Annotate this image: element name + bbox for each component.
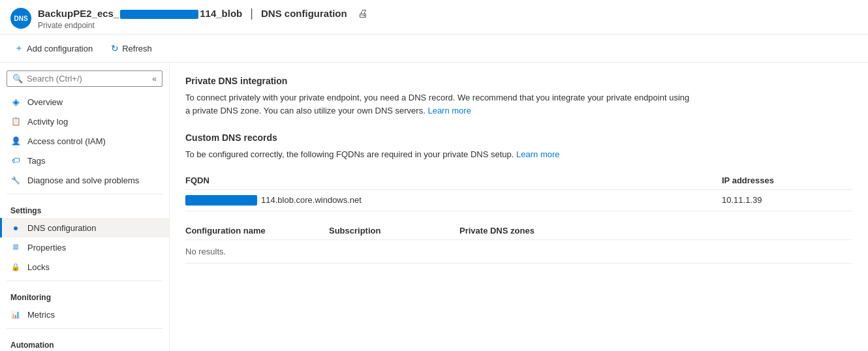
fqdn-table-header: FQDN IP addresses [185, 172, 852, 190]
search-box[interactable]: 🔍 « [7, 70, 163, 87]
private-dns-learn-more-link[interactable]: Learn more [427, 106, 471, 115]
sidebar-item-activity-log[interactable]: 📋 Activity log [0, 112, 169, 131]
settings-header: Settings [0, 198, 169, 218]
sidebar-item-label: Access control (IAM) [27, 136, 106, 146]
tags-icon: 🏷 [10, 155, 21, 166]
redacted-name [120, 10, 198, 19]
sidebar-item-label: Overview [27, 97, 63, 107]
sidebar-item-label: Tags [27, 156, 45, 166]
resource-name: BackupPE2_ecs_ 114_blob [38, 8, 242, 19]
config-name-col-header: Configuration name [185, 226, 329, 236]
sidebar: 🔍 « ◈ Overview 📋 Activity log 👤 Access c… [0, 63, 170, 351]
add-configuration-button[interactable]: ＋ Add configuration [10, 40, 97, 57]
sidebar-item-locks[interactable]: 🔒 Locks [0, 257, 169, 277]
collapse-icon[interactable]: « [152, 74, 157, 84]
fqdn-cell: 114.blob.core.windows.net [185, 195, 722, 206]
fqdn-redacted [185, 195, 257, 206]
metrics-icon: 📊 [10, 309, 21, 320]
resource-avatar: DNS [10, 8, 31, 29]
monitoring-divider [7, 281, 163, 281]
locks-icon: 🔒 [10, 262, 21, 272]
sidebar-item-label: Properties [27, 243, 66, 252]
diagnose-icon: 🔧 [10, 175, 21, 185]
sidebar-item-diagnose[interactable]: 🔧 Diagnose and solve problems [0, 170, 169, 190]
search-input[interactable] [27, 74, 148, 84]
automation-header: Automation [0, 333, 169, 351]
custom-dns-desc: To be configured correctly, the followin… [185, 148, 694, 161]
subscription-col-header: Subscription [329, 226, 459, 236]
private-dns-section: Private DNS integration To connect priva… [185, 76, 852, 117]
sidebar-item-dns-configuration[interactable]: ● DNS configuration [0, 218, 169, 237]
custom-dns-learn-more-link[interactable]: Learn more [516, 149, 559, 159]
sidebar-item-label: Diagnose and solve problems [27, 176, 139, 185]
properties-icon: ≡ [10, 242, 21, 252]
header-title-area: BackupPE2_ecs_ 114_blob | DNS configurat… [38, 7, 368, 30]
resource-subtitle: Private endpoint [38, 21, 368, 30]
automation-divider [7, 328, 163, 329]
sidebar-item-label: Metrics [27, 310, 55, 320]
activity-log-icon: 📋 [10, 116, 21, 127]
sidebar-item-properties[interactable]: ≡ Properties [0, 237, 169, 257]
custom-dns-section: Custom DNS records To be configured corr… [185, 132, 852, 264]
sidebar-item-tags[interactable]: 🏷 Tags [0, 151, 169, 170]
private-dns-desc: To connect privately with your private e… [185, 91, 694, 117]
sidebar-item-metrics[interactable]: 📊 Metrics [0, 305, 169, 324]
fqdn-table-row: 114.blob.core.windows.net 10.11.1.39 [185, 190, 852, 211]
print-icon[interactable]: 🖨 [358, 8, 368, 20]
ip-col-header: IP addresses [722, 176, 852, 185]
search-icon: 🔍 [12, 74, 23, 84]
dns-icon: ● [10, 222, 21, 233]
ip-value: 10.11.1.39 [722, 195, 852, 205]
refresh-button[interactable]: ↻ Refresh [107, 40, 156, 56]
config-table-header: Configuration name Subscription Private … [185, 222, 852, 240]
config-no-results-row: No results. [185, 240, 852, 264]
sidebar-item-overview[interactable]: ◈ Overview [0, 92, 169, 112]
content-area: Private DNS integration To connect priva… [170, 63, 868, 351]
plus-icon: ＋ [14, 42, 23, 54]
page-header: DNS BackupPE2_ecs_ 114_blob | DNS config… [0, 0, 868, 35]
sidebar-item-label: DNS configuration [27, 223, 97, 233]
no-results-text: No results. [185, 247, 329, 256]
toolbar: ＋ Add configuration ↻ Refresh [0, 35, 868, 63]
title-separator: | [250, 7, 253, 20]
fqdn-col-header: FQDN [185, 176, 722, 185]
settings-divider [7, 194, 163, 194]
fqdn-suffix: 114.blob.core.windows.net [261, 195, 362, 205]
sidebar-item-access-control[interactable]: 👤 Access control (IAM) [0, 131, 169, 151]
private-dns-zones-col-header: Private DNS zones [459, 226, 852, 236]
iam-icon: 👤 [10, 136, 21, 146]
custom-dns-title: Custom DNS records [185, 132, 852, 143]
main-layout: 🔍 « ◈ Overview 📋 Activity log 👤 Access c… [0, 63, 868, 351]
sidebar-item-label: Locks [27, 262, 50, 272]
page-title: DNS configuration [261, 8, 347, 19]
private-dns-title: Private DNS integration [185, 76, 852, 86]
refresh-icon: ↻ [111, 43, 119, 53]
overview-icon: ◈ [10, 97, 21, 107]
monitoring-header: Monitoring [0, 285, 169, 305]
sidebar-item-label: Activity log [27, 117, 68, 127]
